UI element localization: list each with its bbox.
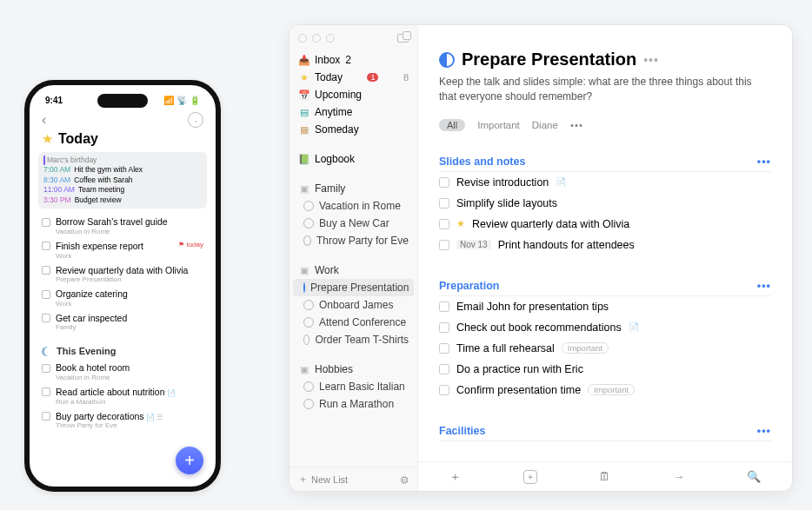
- sidebar-item-inbox[interactable]: 📥Inbox2: [290, 51, 417, 69]
- task-row[interactable]: Review quarterly data with Olivia Prepar…: [30, 262, 216, 287]
- section: Facilities •••: [439, 425, 771, 441]
- main-pane: Prepare Presentation ••• Keep the talk a…: [418, 25, 792, 491]
- project-label: Run a Marathon: [319, 398, 394, 410]
- evening-header: This Evening: [30, 334, 216, 360]
- checkbox[interactable]: [439, 219, 449, 229]
- task-row[interactable]: Read article about nutrition📄 Run a Mara…: [30, 384, 216, 408]
- sidebar-area[interactable]: ▣Work: [290, 262, 417, 279]
- section-more-icon[interactable]: •••: [757, 156, 771, 168]
- checkbox[interactable]: [42, 364, 50, 373]
- section-header[interactable]: Preparation •••: [439, 280, 771, 296]
- task-row[interactable]: Borrow Sarah's travel guide Vacation in …: [30, 214, 216, 238]
- agenda-time: 8:30 AM: [43, 176, 70, 185]
- sidebar-project[interactable]: Buy a New Car: [290, 215, 417, 232]
- section-header[interactable]: Facilities •••: [439, 425, 771, 441]
- task-row[interactable]: Organize catering Work: [30, 286, 216, 310]
- checkbox[interactable]: [439, 301, 449, 312]
- checkbox[interactable]: [439, 343, 449, 354]
- tag-more-icon[interactable]: •••: [570, 120, 583, 130]
- sidebar-item-logbook[interactable]: 📗 Logbook: [290, 150, 417, 168]
- task-row[interactable]: Revise introduction📄: [439, 172, 771, 193]
- checkbox[interactable]: [42, 387, 50, 396]
- task-row[interactable]: Email John for presentation tips: [439, 296, 771, 317]
- agenda-card[interactable]: Marc's birthday 7:00 AMHit the gym with …: [38, 152, 207, 209]
- mac-window: 📥Inbox2★Today18📅Upcoming▤Anytime▦Someday…: [289, 24, 793, 492]
- area-label: Work: [315, 264, 339, 276]
- project-label: Prepare Presentation: [310, 281, 409, 294]
- sidebar: 📥Inbox2★Today18📅Upcoming▤Anytime▦Someday…: [290, 25, 418, 491]
- project-label: Order Team T-Shirts: [315, 334, 409, 346]
- when-icon[interactable]: 🗓: [599, 470, 610, 483]
- checkbox[interactable]: [42, 266, 50, 275]
- checkbox[interactable]: [42, 290, 50, 299]
- agenda-time: 7:00 AM: [43, 165, 70, 175]
- move-icon[interactable]: →: [673, 470, 684, 483]
- checkbox[interactable]: [42, 218, 50, 227]
- close-icon[interactable]: [298, 34, 307, 43]
- agenda-time: 11:00 AM: [43, 185, 75, 195]
- sidebar-project[interactable]: Onboard James: [290, 296, 417, 314]
- task-row[interactable]: ★Review quarterly data with Olivia: [439, 214, 771, 235]
- checkbox[interactable]: [439, 364, 449, 374]
- new-todo-icon[interactable]: ＋: [449, 469, 461, 485]
- task-row[interactable]: Time a full rehearsalImportant: [439, 338, 771, 359]
- sidebar-area[interactable]: ▣Family: [290, 180, 417, 197]
- checkbox[interactable]: [439, 322, 449, 333]
- section-more-icon[interactable]: •••: [757, 425, 771, 437]
- task-row[interactable]: Finish expense report Work ⚑ today: [30, 238, 216, 262]
- star-icon: ★: [298, 72, 309, 83]
- sidebar-project[interactable]: Learn Basic Italian: [290, 378, 417, 395]
- task-row[interactable]: Simplify slide layouts: [439, 193, 771, 214]
- task-row[interactable]: Do a practice run with Eric: [439, 359, 771, 380]
- tag-all[interactable]: All: [439, 119, 465, 131]
- tag-diane[interactable]: Diane: [532, 120, 558, 130]
- section-header[interactable]: Slides and notes •••: [439, 156, 771, 172]
- sidebar-item-someday[interactable]: ▦Someday: [290, 121, 417, 138]
- agenda-label: Budget review: [75, 195, 122, 205]
- zoom-icon[interactable]: [326, 34, 335, 43]
- today-badge: ⚑ today: [178, 241, 203, 248]
- sidebar-item-anytime[interactable]: ▤Anytime: [290, 103, 417, 121]
- project-label: Vacation in Rome: [319, 200, 401, 212]
- task-row[interactable]: Get car inspected Family: [30, 310, 216, 334]
- checkbox[interactable]: [439, 177, 449, 188]
- task-label: Review quarterly data with Olivia: [472, 218, 629, 230]
- sidebar-project[interactable]: Prepare Presentation: [293, 279, 414, 296]
- sidebar-project[interactable]: Vacation in Rome: [290, 197, 417, 215]
- sidebar-project[interactable]: Throw Party for Eve: [290, 232, 417, 249]
- agenda-time: 3:30 PM: [43, 195, 71, 205]
- checkbox[interactable]: [439, 240, 449, 250]
- more-circle-icon[interactable]: ⌄: [188, 112, 203, 128]
- task-row[interactable]: Confirm presentation timeImportant: [439, 380, 771, 401]
- sidebar-project[interactable]: Run a Marathon: [290, 395, 417, 413]
- sidebar-item-today[interactable]: ★Today18: [290, 69, 417, 86]
- back-chevron-icon[interactable]: ‹: [42, 113, 46, 127]
- search-icon[interactable]: 🔍: [747, 470, 761, 483]
- note-icon: 📄: [167, 389, 176, 397]
- sidebar-project[interactable]: Attend Conference: [290, 314, 417, 331]
- task-row[interactable]: Check out book recommendations📄: [439, 317, 771, 338]
- minimize-icon[interactable]: [312, 34, 321, 43]
- project-notes[interactable]: Keep the talk and slides simple: what ar…: [439, 75, 771, 105]
- task-subtitle: Work: [56, 300, 203, 308]
- settings-icon[interactable]: ⚙: [398, 474, 410, 484]
- tag-important[interactable]: Important: [477, 120, 520, 130]
- sidebar-project[interactable]: Order Team T-Shirts: [290, 331, 417, 348]
- task-row[interactable]: Book a hotel room Vacation in Rome: [30, 360, 216, 384]
- add-task-fab[interactable]: +: [176, 447, 203, 474]
- checkbox[interactable]: [42, 242, 50, 250]
- task-row[interactable]: Buy party decorations📄☰ Throw Party for …: [30, 408, 216, 433]
- new-heading-icon[interactable]: ＋: [523, 470, 537, 484]
- checkbox[interactable]: [42, 412, 50, 421]
- task-row[interactable]: Nov 13Print handouts for attendees: [439, 235, 771, 255]
- new-list-button[interactable]: ＋ New List: [298, 473, 348, 486]
- project-more-icon[interactable]: •••: [643, 53, 659, 67]
- phone-notch: [97, 94, 148, 108]
- section-more-icon[interactable]: •••: [757, 280, 771, 292]
- sidebar-item-upcoming[interactable]: 📅Upcoming: [290, 86, 417, 103]
- sidebar-area[interactable]: ▣Hobbies: [290, 361, 417, 378]
- checkbox[interactable]: [42, 314, 50, 322]
- panes-icon[interactable]: [397, 34, 409, 43]
- checkbox[interactable]: [439, 385, 449, 395]
- checkbox[interactable]: [439, 198, 449, 209]
